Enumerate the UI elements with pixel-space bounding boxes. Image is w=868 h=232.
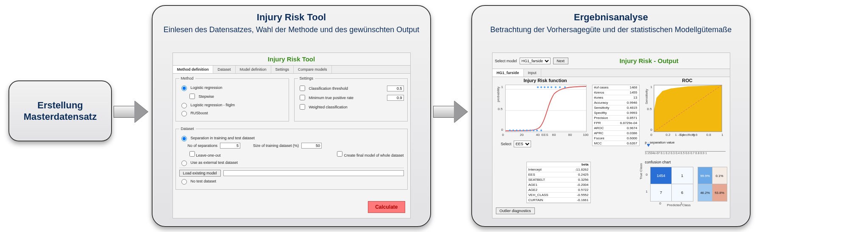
irf-select-row: Select EES (501, 141, 531, 147)
roc-xlab: 1 - Specificity (675, 133, 696, 137)
input-model-path[interactable] (223, 170, 404, 176)
input-mintpr[interactable] (387, 95, 404, 101)
radio-fitglm[interactable] (181, 103, 187, 108)
radio-notest[interactable] (181, 179, 187, 185)
metric-row: Specifity0.9993 (593, 110, 639, 116)
svg-point-16 (547, 86, 549, 88)
btn-calculate[interactable]: Calculate (368, 201, 405, 213)
psep: p - separation value 3.1534e-07 0.1 0.2 … (645, 141, 726, 155)
btn-load-model[interactable]: Load existing model (179, 170, 221, 177)
svg-point-18 (555, 86, 556, 88)
svg-point-13 (537, 86, 539, 88)
label-select-model: Select model (495, 59, 517, 63)
svg-point-19 (559, 86, 561, 88)
label-fitglm: Logistic regression - fitglm (191, 103, 235, 107)
tab-model-definition[interactable]: Model definition (236, 66, 271, 73)
panel-ergebnisanalyse: Ergebnisanalyse Betrachtung der Vorhersa… (471, 5, 751, 227)
tab-hg1-farside[interactable]: HG1_farside (492, 69, 524, 77)
fieldset-settings: Settings Classification threshold Minimu… (294, 76, 408, 122)
conf-br: 6 (671, 184, 693, 202)
metric-row: AROC0.9674 (593, 126, 639, 131)
coef-row: SEATBELT0.3256 (527, 177, 590, 182)
panel1-title-line2: Masterdatensatz (24, 111, 97, 122)
arrow-1 (114, 101, 148, 123)
input-thresh[interactable] (387, 86, 404, 91)
radio-logreg[interactable] (181, 86, 187, 91)
irf-select[interactable]: EES (514, 141, 531, 147)
tab-input[interactable]: Input (524, 69, 541, 77)
metric-row: Precision0.8571 (593, 116, 639, 121)
metric-row: #zeros1455 (593, 90, 639, 95)
metric-row: Fscore0.6000 (593, 136, 639, 141)
svg-point-4 (512, 130, 514, 131)
conf-bl: 7 (650, 184, 672, 202)
coef-row: AGE20.5722 (527, 188, 590, 193)
confusion-title: confusion chart (645, 160, 726, 164)
panel-injury-risk-tool: Injury Risk Tool Einlesen des Datensatze… (152, 5, 431, 227)
metric-row: MCC0.6267 (593, 141, 639, 146)
legend-method: Method (179, 76, 195, 80)
panel1-title-line1: Erstellung (37, 100, 83, 110)
btn-outlier-diagnostics[interactable]: Outlier diagnostics (496, 207, 535, 214)
label-thresh: Classification threshold (309, 86, 348, 91)
panel-master-dataset: Erstellung Masterdatensatz (8, 80, 112, 141)
chk-stepwise[interactable] (189, 94, 195, 99)
tab-dataset[interactable]: Dataset (213, 66, 235, 73)
label-weighted: Weighted classification (309, 105, 348, 109)
svg-point-3 (509, 130, 511, 131)
svg-point-6 (519, 130, 521, 131)
irf-select-label: Select (501, 142, 512, 146)
coef-header: beta (581, 163, 588, 166)
input-nsep[interactable] (220, 143, 240, 149)
chk-mintpr[interactable] (300, 95, 305, 100)
coef-row: EES0.2425 (527, 172, 590, 177)
output-app-title: Injury Risk - Output (571, 55, 727, 67)
radio-sep[interactable] (181, 136, 187, 141)
roc-title: ROC (654, 78, 721, 83)
chk-weighted[interactable] (300, 104, 305, 110)
irf-xlab: EES (542, 133, 548, 137)
svg-point-7 (523, 130, 524, 131)
svg-point-5 (516, 130, 517, 131)
tab-method-definition[interactable]: Method definition (173, 66, 214, 73)
conf-r1b: 0.1% (712, 167, 727, 185)
chk-loo[interactable] (189, 151, 195, 157)
tab-settings[interactable]: Settings (271, 66, 294, 73)
conf-r1a: 99.9% (698, 167, 713, 185)
legend-settings: Settings (298, 76, 315, 80)
btn-next[interactable]: Next (553, 58, 569, 64)
coef-row: VEH_CLASS-0.5552 (527, 193, 590, 198)
metrics-table: #of cases1468#zeros1455#ones13Accuracy0.… (592, 85, 640, 146)
panel3-title: Ergebnisanalyse (472, 12, 750, 23)
input-size[interactable] (301, 143, 322, 149)
metric-row: FPR6.8729e-04 (593, 121, 639, 126)
conf-r2a: 46.2% (698, 184, 713, 202)
psep-label: p - separation value (645, 141, 726, 144)
output-tabs: HG1_farside Input (492, 69, 730, 77)
label-ext: Use as external test dataset (191, 160, 238, 165)
svg-point-17 (551, 86, 552, 88)
label-stepwise: Stepwise (199, 94, 214, 99)
psep-scale: 3.1534e-07 0.1 0.2 0.3 0.4 0.5 0.6 0.7 0… (645, 152, 726, 155)
conf-tr: 1 (671, 167, 693, 185)
legend-dataset: Dataset (179, 127, 196, 131)
label-loo: Leave-one-out (196, 153, 221, 157)
chk-final[interactable] (337, 151, 342, 157)
metric-row: Sensitivity0.4615 (593, 105, 639, 110)
label-rusboost: RUSboost (191, 111, 208, 115)
conf-tl: 1454 (650, 167, 672, 185)
tab-compare-models[interactable]: Compare models (294, 66, 332, 73)
radio-rusboost[interactable] (181, 111, 187, 116)
coef-row: CURTAIN-0.1661 (527, 198, 590, 203)
chk-thresh[interactable] (300, 86, 305, 91)
radio-ext[interactable] (181, 160, 187, 166)
panel2-title: Injury Risk Tool (153, 12, 430, 23)
label-final: Create final model of whole dataset (344, 153, 403, 157)
svg-point-15 (544, 86, 545, 88)
roc-ylab: Sensitivity (645, 89, 648, 104)
label-mintpr: Minimum true positive rate (309, 96, 354, 100)
tool-tabs: Method definition Dataset Model definiti… (173, 65, 410, 74)
svg-point-11 (536, 130, 538, 131)
chart-roc: Sensitivity 1 - Specificity 0 0.2 0.4 0.… (654, 85, 722, 132)
select-model[interactable]: HG1_farside (520, 58, 551, 64)
